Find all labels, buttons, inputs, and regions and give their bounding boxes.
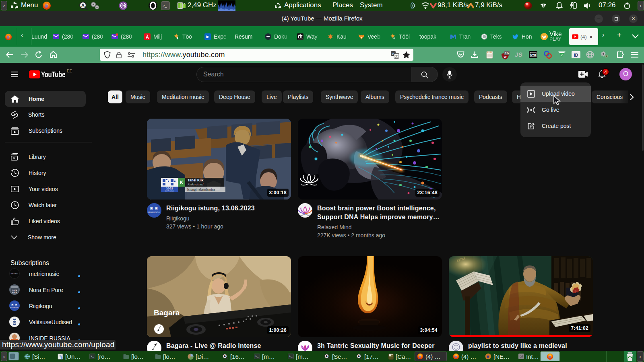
svg-text:Tanel Kiik: Tanel Kiik — [188, 178, 204, 182]
svg-text:10·02: 10·02 — [166, 187, 173, 190]
svg-text:pure: pure — [12, 291, 17, 293]
svg-text:文: 文 — [395, 55, 398, 58]
svg-text:Keskerakond: Keskerakond — [187, 183, 203, 186]
svg-text:VTR: VTR — [530, 53, 536, 57]
svg-text:JS: JS — [515, 51, 523, 58]
svg-text:w: w — [503, 55, 507, 59]
svg-text:Bagara: Bagara — [154, 309, 180, 317]
svg-text:A: A — [358, 354, 360, 358]
svg-text:15: 15 — [505, 51, 509, 55]
svg-text:>_: >_ — [255, 355, 259, 358]
svg-text:Ä: Ä — [146, 35, 149, 39]
svg-text:A: A — [224, 354, 226, 358]
svg-text:A: A — [326, 354, 328, 358]
svg-text:13.06.2023: 13.06.2023 — [165, 190, 174, 192]
svg-text:in: in — [206, 35, 210, 39]
svg-text:>_: >_ — [91, 355, 94, 358]
svg-text:iD: iD — [574, 53, 578, 58]
svg-text:>_: >_ — [289, 355, 293, 358]
svg-text:A: A — [81, 3, 85, 8]
svg-text:Istungi rakendamine: Istungi rakendamine — [187, 187, 215, 191]
svg-text:K: K — [180, 179, 184, 185]
